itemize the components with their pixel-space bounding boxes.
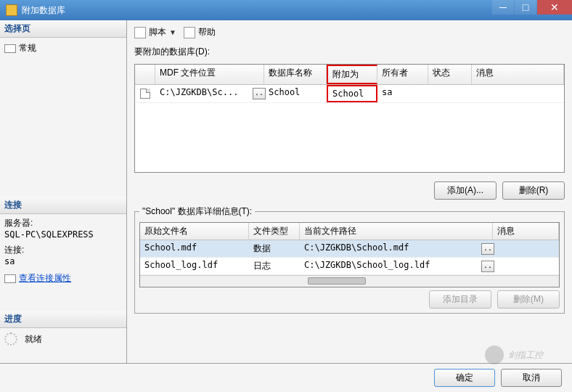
cell-msg2: [493, 240, 559, 257]
properties-icon: [4, 274, 16, 283]
col-path[interactable]: 当前文件路径: [300, 223, 493, 240]
databases-legend: 要附加的数据库(D):: [134, 46, 565, 58]
select-page-header: 选择页: [0, 20, 126, 38]
details-fieldset: "School" 数据库详细信息(T): 原始文件名 文件类型 当前文件路径 消…: [134, 205, 565, 314]
dialog-footer: 确定 取消: [0, 363, 572, 392]
cancel-button[interactable]: 取消: [501, 369, 562, 387]
cell-orig: School.mdf: [140, 240, 249, 257]
server-value: SQL-PC\SQLEXPRESS: [4, 229, 122, 240]
remove-file-button: 删除(M): [497, 290, 560, 309]
progress-status: 就绪: [4, 331, 122, 347]
cell-type: 日志: [249, 258, 300, 274]
col-msg2[interactable]: 消息: [493, 223, 559, 240]
minimize-button[interactable]: ─: [492, 0, 514, 15]
maximize-button[interactable]: □: [515, 0, 536, 15]
remove-database-button[interactable]: 删除(R): [502, 181, 565, 200]
cell-mdf: C:\JZGKDB\Sc...: [155, 85, 248, 102]
col-mdf[interactable]: MDF 文件位置: [155, 65, 264, 84]
script-button[interactable]: 脚本: [149, 26, 166, 38]
page-general[interactable]: 常规: [4, 41, 122, 56]
col-owner[interactable]: 所有者: [377, 65, 428, 84]
window-title: 附加数据库: [22, 4, 65, 17]
database-icon: [6, 4, 17, 16]
cell-path[interactable]: C:\JZGKDB\School_log.ldf: [300, 258, 477, 274]
server-label: 服务器:: [4, 217, 122, 229]
databases-grid[interactable]: MDF 文件位置 数据库名称 附加为 所有者 状态 消息 C:\JZGKDB\S…: [134, 64, 565, 173]
cell-attachas[interactable]: School: [327, 85, 377, 102]
cell-msg2: [493, 258, 559, 274]
connection-label: 连接:: [4, 244, 122, 256]
spinner-icon: [4, 332, 17, 346]
add-database-button[interactable]: 添加(A)...: [434, 181, 497, 200]
progress-header: 进度: [0, 311, 126, 328]
details-legend: "School" 数据库详细信息(T):: [139, 205, 255, 218]
horizontal-scrollbar[interactable]: [140, 275, 559, 287]
ok-button[interactable]: 确定: [434, 369, 495, 387]
col-orig[interactable]: 原始文件名: [140, 223, 249, 240]
cell-message: [472, 85, 564, 102]
connection-header: 连接: [0, 197, 126, 214]
view-connection-properties-link[interactable]: 查看连接属性: [19, 272, 71, 285]
progress-status-text: 就绪: [25, 333, 42, 346]
scrollbar-thumb[interactable]: [308, 277, 366, 285]
file-icon: [140, 89, 150, 99]
details-grid[interactable]: 原始文件名 文件类型 当前文件路径 消息 School.mdf 数据 C:\JZ…: [139, 222, 560, 287]
cell-dbname[interactable]: School: [264, 85, 327, 102]
cell-status: [428, 85, 472, 102]
cell-path[interactable]: C:\JZGKDB\School.mdf: [300, 240, 477, 257]
page-icon: [4, 44, 16, 53]
col-dbname[interactable]: 数据库名称: [264, 65, 327, 84]
add-catalog-button: 添加目录: [429, 290, 491, 309]
col-type[interactable]: 文件类型: [249, 223, 300, 240]
titlebar: 附加数据库 ─ □ ✕: [0, 0, 572, 20]
cell-type: 数据: [249, 240, 300, 257]
detail-row[interactable]: School_log.ldf 日志 C:\JZGKDB\School_log.l…: [140, 258, 559, 275]
script-dropdown-icon[interactable]: ▼: [169, 28, 176, 36]
col-attachas[interactable]: 附加为: [327, 65, 377, 84]
database-row[interactable]: C:\JZGKDB\Sc... .. School School sa: [135, 85, 564, 103]
left-panel: 选择页 常规 连接 服务器: SQL-PC\SQLEXPRESS 连接: sa …: [0, 20, 127, 363]
help-icon: [184, 27, 195, 38]
cell-owner[interactable]: sa: [377, 85, 428, 102]
right-panel: 脚本 ▼ 帮助 要附加的数据库(D): MDF 文件位置 数据库名称 附加为 所…: [127, 20, 572, 363]
detail-row[interactable]: School.mdf 数据 C:\JZGKDB\School.mdf ..: [140, 240, 559, 258]
close-button[interactable]: ✕: [537, 0, 572, 15]
page-general-label: 常规: [19, 42, 36, 54]
help-button[interactable]: 帮助: [198, 26, 216, 38]
connection-value: sa: [4, 256, 122, 266]
col-status[interactable]: 状态: [428, 65, 472, 84]
col-message[interactable]: 消息: [472, 65, 564, 84]
cell-orig: School_log.ldf: [140, 258, 249, 274]
view-connection-properties[interactable]: 查看连接属性: [4, 271, 122, 286]
script-icon: [134, 27, 146, 38]
toolbar: 脚本 ▼ 帮助: [134, 25, 565, 40]
